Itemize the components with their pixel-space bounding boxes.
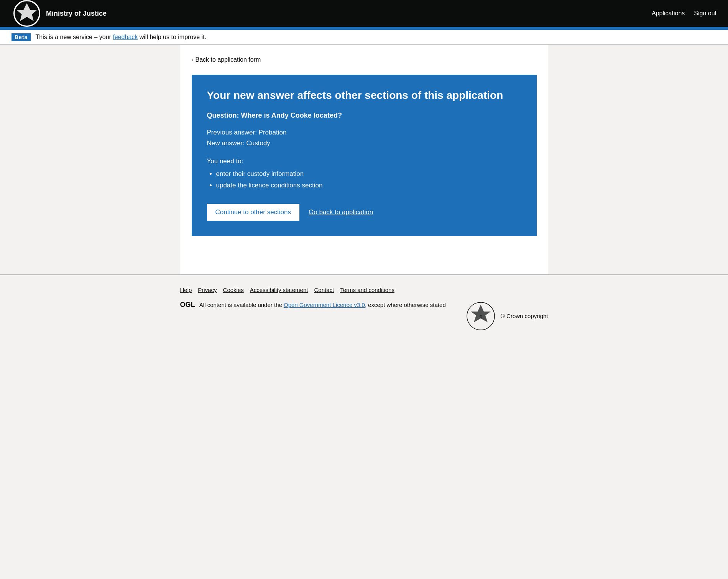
footer-bottom: OGL All content is available under the O… <box>180 301 548 331</box>
crown-icon <box>12 0 42 29</box>
applications-link[interactable]: Applications <box>652 10 685 17</box>
list-item: update the licence conditions section <box>216 180 521 192</box>
go-back-link[interactable]: Go back to application <box>309 208 373 216</box>
info-panel: Your new answer affects other sections o… <box>192 75 537 236</box>
royal-arms-icon: ♔ <box>465 301 496 331</box>
back-to-application-link[interactable]: ‹ Back to application form <box>192 56 261 63</box>
site-footer: Help Privacy Cookies Accessibility state… <box>0 275 728 339</box>
tasks-list: enter their custody information update t… <box>207 168 521 192</box>
beta-tag: Beta <box>12 33 31 41</box>
info-panel-question: Question: Where is Andy Cooke located? <box>207 112 521 120</box>
footer-link-terms[interactable]: Terms and conditions <box>340 287 394 293</box>
you-need-to-label: You need to: <box>207 157 521 165</box>
footer-link-contact[interactable]: Contact <box>314 287 334 293</box>
svg-marker-1 <box>16 3 37 21</box>
info-panel-title: Your new answer affects other sections o… <box>207 89 521 102</box>
crown-copyright-text: © Crown copyright <box>501 313 548 319</box>
footer-inner: Help Privacy Cookies Accessibility state… <box>180 287 548 331</box>
footer-link-cookies[interactable]: Cookies <box>223 287 244 293</box>
footer-link-help[interactable]: Help <box>180 287 192 293</box>
header-nav: Applications Sign out <box>652 10 716 17</box>
continue-button[interactable]: Continue to other sections <box>207 204 300 221</box>
beta-text: This is a new service – your feedback wi… <box>36 34 207 40</box>
panel-actions: Continue to other sections Go back to ap… <box>207 204 521 221</box>
sign-out-link[interactable]: Sign out <box>694 10 716 17</box>
accent-bar <box>0 27 728 30</box>
footer-link-privacy[interactable]: Privacy <box>198 287 217 293</box>
chevron-left-icon: ‹ <box>192 57 193 62</box>
beta-banner: Beta This is a new service – your feedba… <box>0 30 728 45</box>
info-panel-answers: Previous answer: Probation New answer: C… <box>207 127 521 148</box>
svg-marker-4 <box>471 305 491 322</box>
ogl-licence-link[interactable]: Open Government Licence v3.0, <box>284 302 366 308</box>
new-answer: New answer: Custody <box>207 138 521 148</box>
org-name: Ministry of Justice <box>46 10 107 18</box>
org-logo-link[interactable]: Ministry of Justice <box>12 0 107 29</box>
footer-copyright: ♔ © Crown copyright <box>465 301 548 331</box>
previous-answer: Previous answer: Probation <box>207 127 521 138</box>
ogl-logo: OGL <box>180 301 195 308</box>
site-header: Ministry of Justice Applications Sign ou… <box>0 0 728 27</box>
footer-links: Help Privacy Cookies Accessibility state… <box>180 287 548 293</box>
footer-ogl: OGL All content is available under the O… <box>180 301 446 309</box>
main-content: ‹ Back to application form Your new answ… <box>180 45 548 274</box>
feedback-link[interactable]: feedback <box>113 34 138 40</box>
footer-link-accessibility[interactable]: Accessibility statement <box>250 287 308 293</box>
list-item: enter their custody information <box>216 168 521 180</box>
